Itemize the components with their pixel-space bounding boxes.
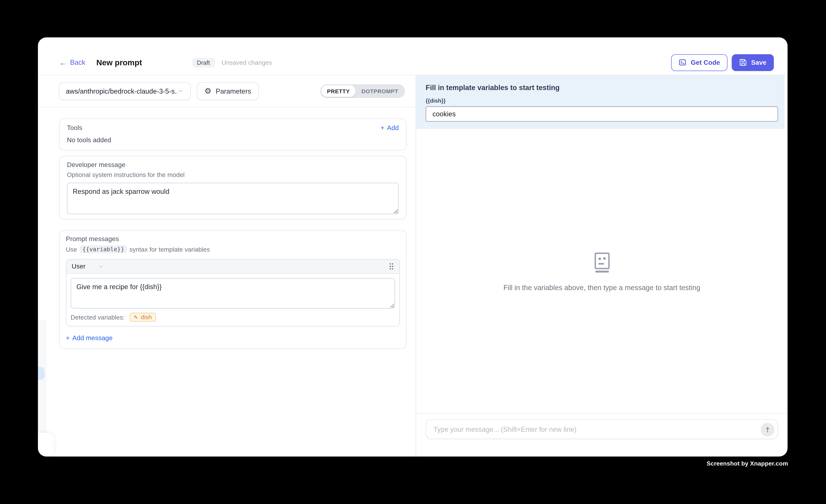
developer-message-subtitle: Optional system instructions for the mod…: [67, 171, 399, 179]
variable-badge-label: dish: [141, 314, 152, 320]
parameters-button[interactable]: ⚙ Parameters: [197, 82, 258, 100]
developer-message-textarea[interactable]: Respond as jack sparrow would: [67, 183, 399, 214]
page-title: New prompt: [96, 58, 142, 67]
up-arrow-icon: ↑: [765, 426, 770, 434]
chat-message-input[interactable]: [426, 425, 778, 433]
message-block: User: [66, 259, 400, 326]
editor-panel: aws/anthropic/bedrock-claude-3-5-s... ⚙ …: [38, 75, 416, 456]
save-button[interactable]: Save: [731, 54, 774, 71]
chat-empty-state: Fill in the variables above, then type a…: [416, 129, 787, 413]
plus-icon: +: [66, 334, 70, 342]
plus-icon: +: [380, 124, 385, 132]
robot-icon: [590, 251, 613, 274]
editor-toolbar: aws/anthropic/bedrock-claude-3-5-s... ⚙ …: [38, 75, 416, 107]
chat-input-bar: ↑: [416, 414, 787, 456]
role-selector[interactable]: User: [72, 263, 104, 270]
status-badge: Draft: [192, 58, 215, 67]
add-tool-button[interactable]: + Add: [380, 124, 399, 132]
parameters-label: Parameters: [216, 87, 251, 95]
unsaved-changes-text: Unsaved changes: [222, 59, 272, 66]
watermark-text: Screenshot by Xnapper.com: [707, 460, 788, 467]
tools-card-title: Tools: [67, 124, 82, 132]
empty-state-text: Fill in the variables above, then type a…: [504, 284, 700, 292]
prompt-messages-title: Prompt messages: [66, 235, 400, 243]
sidebar-active-item-fragment: [38, 367, 45, 380]
back-button[interactable]: ← Back: [59, 58, 85, 66]
send-message-button[interactable]: ↑: [761, 423, 774, 436]
variable-badge-dish[interactable]: ✎ dish: [129, 313, 156, 322]
add-message-label: Add message: [72, 334, 112, 342]
developer-message-card: Developer message Optional system instru…: [59, 156, 407, 220]
body: aws/anthropic/bedrock-claude-3-5-s... ⚙ …: [38, 75, 787, 456]
format-toggle: PRETTY DOTPROMPT: [320, 84, 405, 98]
back-label: Back: [70, 58, 85, 66]
tools-card: Tools + Add No tools added: [59, 118, 407, 150]
chevron-down-icon: [98, 263, 104, 269]
detected-variables-row: Detected variables: ✎ dish: [71, 313, 395, 322]
drag-handle-icon[interactable]: [389, 263, 394, 270]
variable-name-label: {{dish}}: [426, 98, 778, 104]
app-window: ← Back New prompt Draft Unsaved changes …: [38, 37, 787, 456]
edit-pencil-icon: ✎: [134, 314, 138, 320]
developer-message-title: Developer message: [67, 161, 399, 169]
user-message-textarea[interactable]: Give me a recipe for {{dish}}: [71, 278, 395, 309]
toggle-option-dotprompt[interactable]: DOTPROMPT: [356, 85, 404, 97]
header: ← Back New prompt Draft Unsaved changes …: [38, 37, 787, 75]
test-panel: Fill in template variables to start test…: [416, 75, 787, 456]
gear-icon: ⚙: [204, 87, 212, 95]
variables-section: Fill in template variables to start test…: [416, 75, 787, 129]
add-tool-label: Add: [387, 124, 399, 132]
variables-heading: Fill in template variables to start test…: [426, 84, 778, 91]
prompt-messages-subtitle: Use {{variable}} syntax for template var…: [66, 245, 400, 253]
chat-input-container: ↑: [426, 419, 778, 439]
variable-syntax-chip: {{variable}}: [80, 245, 127, 253]
save-icon: [739, 58, 747, 66]
toggle-option-pretty[interactable]: PRETTY: [321, 85, 356, 97]
message-body: Give me a recipe for {{dish}} Detected v…: [66, 274, 399, 326]
corner-card-fragment: [38, 433, 54, 456]
message-header: User: [66, 259, 399, 274]
role-selector-value: User: [72, 263, 85, 270]
save-label: Save: [751, 59, 766, 66]
editor-content: Tools + Add No tools added Developer mes…: [38, 107, 416, 349]
detected-variables-label: Detected variables:: [71, 314, 125, 321]
model-selector[interactable]: aws/anthropic/bedrock-claude-3-5-s...: [59, 82, 191, 100]
terminal-icon: [678, 58, 687, 66]
get-code-button[interactable]: Get Code: [671, 54, 727, 71]
get-code-label: Get Code: [691, 59, 720, 66]
tools-card-header: Tools + Add: [67, 124, 399, 132]
chevron-down-icon: [178, 88, 184, 94]
subtitle-rest: syntax for template variables: [129, 246, 210, 253]
stage: ← Back New prompt Draft Unsaved changes …: [0, 0, 826, 504]
tools-empty-text: No tools added: [67, 136, 399, 144]
model-selector-value: aws/anthropic/bedrock-claude-3-5-s...: [66, 87, 178, 95]
prompt-messages-card: Prompt messages Use {{variable}} syntax …: [59, 230, 407, 349]
add-message-button[interactable]: + Add message: [66, 334, 113, 342]
back-arrow-icon: ←: [59, 58, 67, 66]
variable-value-input[interactable]: [426, 106, 778, 122]
subtitle-use: Use: [66, 246, 77, 253]
add-message-row: + Add message: [66, 333, 400, 342]
